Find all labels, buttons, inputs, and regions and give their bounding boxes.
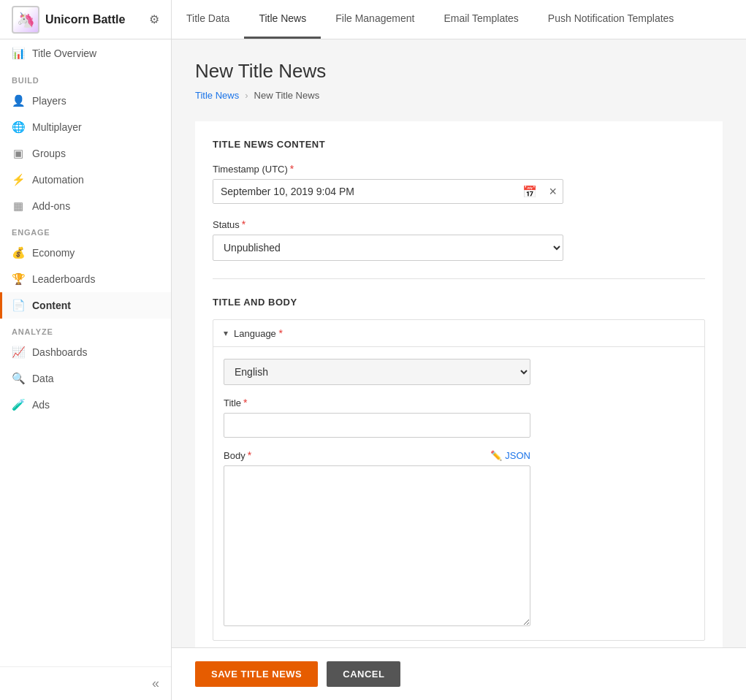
sidebar-item-groups[interactable]: ▣ Groups [0,140,171,167]
title-required: * [243,397,247,408]
content-icon: 📄 [12,299,25,312]
sidebar-item-ads[interactable]: 🧪 Ads [0,392,171,418]
timestamp-required: * [290,163,294,175]
section1-header: TITLE NEWS CONTENT [213,139,705,150]
timestamp-field-group: Timestamp (UTC) * September 10, 2019 9:0… [213,163,705,204]
content-area: New Title News Title News › New Title Ne… [172,39,746,647]
cancel-button[interactable]: CANCEL [327,661,400,687]
app-title: Unicorn Battle [45,13,125,26]
sidebar-item-content[interactable]: 📄 Content [0,292,171,319]
sidebar-item-players[interactable]: 👤 Players [0,88,171,114]
sidebar-item-economy[interactable]: 💰 Economy [0,240,171,266]
tab-file-management[interactable]: File Management [321,0,429,39]
title-news-content-section: TITLE NEWS CONTENT Timestamp (UTC) * Sep… [195,121,723,647]
ads-icon: 🧪 [12,398,25,411]
language-required: * [278,327,282,339]
sidebar-item-data[interactable]: 🔍 Data [0,365,171,392]
multiplayer-icon: 🌐 [12,121,25,134]
timestamp-input-wrap: September 10, 2019 9:04 PM 📅 × [213,179,563,204]
status-select[interactable]: Unpublished Published [213,235,563,261]
language-select[interactable]: English French German Spanish Japanese [224,359,530,385]
sidebar: 📊 Title Overview BUILD 👤 Players 🌐 Multi… [0,39,172,700]
language-block-content: English French German Spanish Japanese T… [213,347,704,640]
sidebar-item-dashboards[interactable]: 📈 Dashboards [0,339,171,365]
status-required: * [242,218,246,230]
breadcrumb-current: New Title News [254,90,320,101]
form-footer: SAVE TITLE NEWS CANCEL [172,647,746,700]
body-label-row: Body * ✏️ JSON [224,449,530,461]
sidebar-item-title-overview[interactable]: 📊 Title Overview [0,39,171,67]
body-required: * [248,449,251,461]
breadcrumb: Title News › New Title News [195,90,723,101]
pencil-icon: ✏️ [490,450,502,461]
breadcrumb-parent-link[interactable]: Title News [195,90,239,101]
save-title-news-button[interactable]: SAVE TITLE NEWS [195,661,318,687]
calendar-icon[interactable]: 📅 [517,185,543,199]
chevron-down-icon: ▾ [224,328,228,338]
title-field-label: Title * [224,397,694,408]
players-icon: 👤 [12,94,25,107]
title-and-body-section: TITLE AND BODY ▾ Language * English [213,297,705,647]
collapse-sidebar-button[interactable]: « [12,676,159,691]
groups-icon: ▣ [12,147,25,160]
tab-push-notification-templates[interactable]: Push Notification Templates [533,0,689,39]
sidebar-item-automation[interactable]: ⚡ Automation [0,167,171,193]
app-logo: 🦄 [12,6,39,34]
leaderboards-icon: 🏆 [12,273,25,286]
status-field-group: Status * Unpublished Published [213,218,705,261]
sidebar-section-build: BUILD [0,67,171,88]
title-input[interactable] [224,413,530,438]
language-block: ▾ Language * English French German [213,319,705,641]
language-block-label: Language * [234,327,283,339]
sidebar-item-leaderboards[interactable]: 🏆 Leaderboards [0,266,171,292]
tab-title-data[interactable]: Title Data [172,0,244,39]
status-label: Status * [213,218,705,230]
sidebar-item-multiplayer[interactable]: 🌐 Multiplayer [0,114,171,140]
app-brand: 🦄 Unicorn Battle ⚙ [0,0,172,39]
economy-icon: 💰 [12,246,25,259]
settings-icon[interactable]: ⚙ [149,12,159,26]
addons-icon: ▦ [12,199,25,213]
breadcrumb-separator: › [245,90,248,101]
body-textarea[interactable] [224,465,530,626]
tab-email-templates[interactable]: Email Templates [429,0,533,39]
section2-header: TITLE AND BODY [213,297,705,308]
page-title: New Title News [195,60,723,83]
nav-tabs: Title Data Title News File Management Em… [172,0,746,39]
data-icon: 🔍 [12,372,25,385]
sidebar-section-engage: ENGAGE [0,219,171,240]
chart-icon: 📊 [12,47,25,60]
dashboards-icon: 📈 [12,346,25,359]
body-field-label: Body * [224,449,251,461]
json-link[interactable]: ✏️ JSON [490,450,530,461]
clear-timestamp-icon[interactable]: × [543,184,563,199]
timestamp-label: Timestamp (UTC) * [213,163,705,175]
timestamp-input[interactable]: September 10, 2019 9:04 PM [213,180,517,203]
tab-title-news[interactable]: Title News [244,0,321,39]
automation-icon: ⚡ [12,173,25,186]
language-block-header[interactable]: ▾ Language * [213,320,704,347]
sidebar-section-analyze: ANALYZE [0,319,171,339]
sidebar-item-addons[interactable]: ▦ Add-ons [0,193,171,219]
